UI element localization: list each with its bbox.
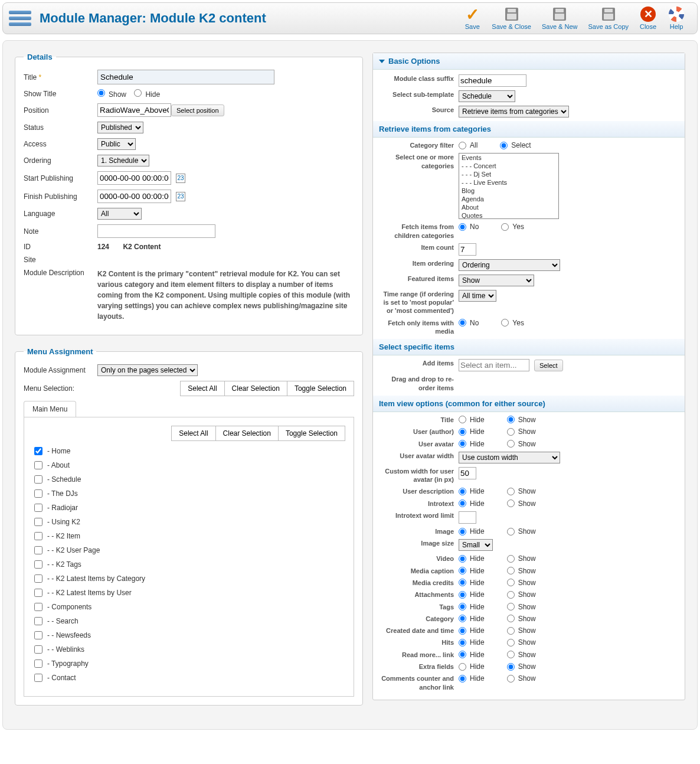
calendar-icon[interactable]: 23 — [176, 174, 185, 183]
featured-items-select[interactable]: Show — [459, 275, 534, 286]
sub-template-select[interactable]: Schedule — [459, 90, 515, 102]
menu-checkbox[interactable] — [34, 475, 42, 484]
menu-item[interactable]: - Components — [34, 603, 345, 611]
menu-item[interactable]: - - K2 Tags — [34, 560, 345, 569]
category-option[interactable]: - - - Concert — [459, 162, 558, 170]
show-title-show[interactable]: Show — [97, 89, 126, 99]
option-show[interactable]: Show — [507, 590, 536, 599]
option-show[interactable]: Show — [507, 567, 536, 575]
menu-item[interactable]: - Typography — [34, 659, 345, 668]
ordering-select[interactable]: 1. Schedule — [97, 155, 149, 166]
children-yes[interactable]: Yes — [501, 223, 524, 231]
image-size-select[interactable]: Small — [459, 539, 493, 551]
option-hide[interactable]: Hide — [459, 487, 485, 495]
option-hide[interactable]: Hide — [459, 651, 485, 659]
start-publishing-input[interactable] — [97, 171, 171, 185]
option-show[interactable]: Show — [507, 427, 536, 436]
image-hide[interactable]: Hide — [459, 527, 485, 536]
custom-width-input[interactable] — [459, 467, 476, 479]
option-show[interactable]: Show — [507, 554, 536, 563]
inner-clear-selection-button[interactable]: Clear Selection — [215, 426, 279, 441]
position-input[interactable] — [97, 103, 171, 117]
option-hide[interactable]: Hide — [459, 626, 485, 635]
select-all-button[interactable]: Select All — [180, 381, 224, 396]
option-show[interactable]: Show — [507, 487, 536, 495]
title-input[interactable] — [97, 70, 274, 84]
access-select[interactable]: Public — [97, 138, 136, 150]
option-hide[interactable]: Hide — [459, 638, 485, 647]
menu-item[interactable]: - - Newsfeeds — [34, 631, 345, 639]
avatar-width-select[interactable]: Use custom width — [459, 452, 560, 463]
close-button[interactable]: ✕Close — [639, 6, 657, 30]
option-show[interactable]: Show — [507, 579, 536, 587]
help-button[interactable]: Help — [668, 6, 685, 30]
menu-item[interactable]: - The DJs — [34, 489, 345, 498]
category-option[interactable]: Events — [459, 154, 558, 162]
time-range-select[interactable]: All time — [459, 290, 496, 302]
media-no[interactable]: No — [459, 319, 479, 327]
option-hide[interactable]: Hide — [459, 440, 485, 448]
option-hide[interactable]: Hide — [459, 603, 485, 611]
menu-checkbox[interactable] — [34, 645, 42, 654]
cat-filter-select[interactable]: Select — [500, 141, 531, 149]
menu-checkbox[interactable] — [34, 574, 42, 583]
option-hide[interactable]: Hide — [459, 590, 485, 599]
menu-item[interactable]: - Radiojar — [34, 504, 345, 512]
toggle-selection-button[interactable]: Toggle Selection — [287, 381, 354, 396]
save-close-button[interactable]: Save & Close — [492, 6, 531, 30]
menu-checkbox[interactable] — [34, 504, 42, 512]
module-assignment-select[interactable]: Only on the pages selected — [97, 364, 198, 376]
menu-item[interactable]: - - K2 Item — [34, 532, 345, 540]
menu-item[interactable]: - Contact — [34, 674, 345, 682]
inner-toggle-selection-button[interactable]: Toggle Selection — [278, 426, 345, 441]
option-hide[interactable]: Hide — [459, 579, 485, 587]
menu-checkbox[interactable] — [34, 518, 42, 526]
menu-item[interactable]: - - Search — [34, 617, 345, 625]
select-item-button[interactable]: Select — [534, 360, 563, 371]
menu-checkbox[interactable] — [34, 659, 42, 668]
option-hide[interactable]: Hide — [459, 615, 485, 623]
option-show[interactable]: Show — [507, 626, 536, 635]
children-no[interactable]: No — [459, 223, 479, 231]
menu-item[interactable]: - - Weblinks — [34, 645, 345, 654]
tab-main-menu[interactable]: Main Menu — [24, 401, 76, 417]
menu-checkbox[interactable] — [34, 589, 42, 597]
calendar-icon[interactable]: 23 — [176, 192, 185, 201]
option-show[interactable]: Show — [507, 674, 536, 683]
menu-item[interactable]: - - K2 User Page — [34, 546, 345, 554]
menu-checkbox[interactable] — [34, 546, 42, 554]
category-option[interactable]: - - - Dj Set — [459, 170, 558, 178]
option-show[interactable]: Show — [507, 440, 536, 448]
option-hide[interactable]: Hide — [459, 427, 485, 436]
clear-selection-button[interactable]: Clear Selection — [224, 381, 287, 396]
basic-options-header[interactable]: Basic Options — [373, 53, 685, 70]
save-new-button[interactable]: Save & New — [542, 6, 578, 30]
menu-checkbox[interactable] — [34, 447, 42, 455]
menu-item[interactable]: - About — [34, 461, 345, 469]
menu-checkbox[interactable] — [34, 674, 42, 682]
note-input[interactable] — [97, 224, 215, 238]
option-show[interactable]: Show — [507, 499, 536, 508]
item-ordering-select[interactable]: Ordering — [459, 259, 560, 271]
cat-filter-all[interactable]: All — [459, 141, 477, 149]
option-hide[interactable]: Hide — [459, 567, 485, 575]
add-items-input[interactable] — [459, 359, 529, 371]
source-select[interactable]: Retrieve items from categories — [459, 106, 569, 117]
menu-checkbox[interactable] — [34, 617, 42, 625]
option-show[interactable]: Show — [507, 615, 536, 623]
menu-checkbox[interactable] — [34, 461, 42, 469]
module-class-suffix-input[interactable] — [459, 74, 526, 87]
menu-item[interactable]: - Using K2 — [34, 518, 345, 526]
menu-checkbox[interactable] — [34, 532, 42, 540]
option-show[interactable]: Show — [507, 651, 536, 659]
menu-item[interactable]: - Schedule — [34, 475, 345, 484]
option-show[interactable]: Show — [507, 662, 536, 671]
inner-select-all-button[interactable]: Select All — [171, 426, 215, 441]
menu-checkbox[interactable] — [34, 631, 42, 639]
option-hide[interactable]: Hide — [459, 554, 485, 563]
option-show[interactable]: Show — [507, 638, 536, 647]
menu-item[interactable]: - Home — [34, 447, 345, 455]
menu-item[interactable]: - - K2 Latest Items by User — [34, 589, 345, 597]
language-select[interactable]: All — [97, 208, 142, 220]
media-yes[interactable]: Yes — [501, 319, 524, 327]
